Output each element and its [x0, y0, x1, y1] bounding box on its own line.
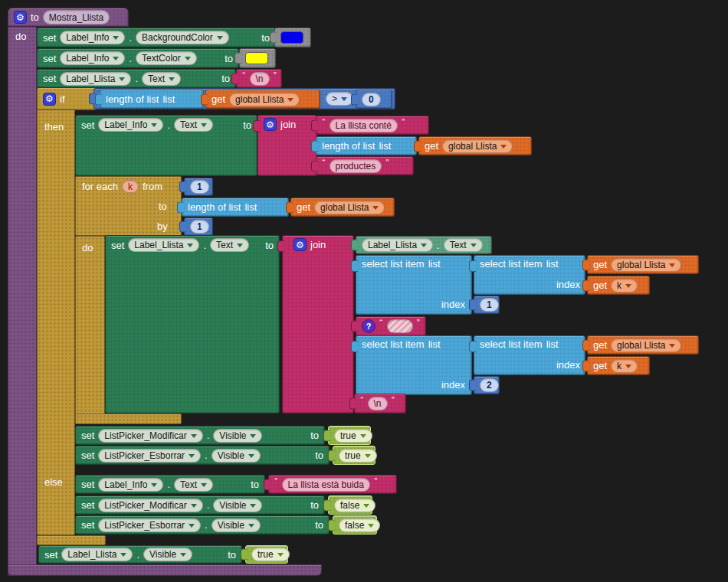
blocks-workspace[interactable]: ⚙ to Mostra_Llista do ⚙ if then else for…: [0, 0, 728, 582]
text-field[interactable]: La llista conté: [330, 119, 398, 132]
property-dropdown[interactable]: TextColor: [136, 51, 197, 65]
if-block-header[interactable]: ⚙ if: [37, 87, 97, 110]
text-string-block[interactable]: “ \n ”: [236, 69, 282, 88]
operator-dropdown[interactable]: >: [326, 92, 353, 106]
if-block-column[interactable]: [37, 87, 75, 535]
property-dropdown[interactable]: Text: [444, 238, 483, 252]
component-dropdown[interactable]: ListPicker_Esborrar: [98, 449, 201, 463]
property-dropdown[interactable]: Text: [174, 118, 213, 132]
number-field[interactable]: 1: [190, 220, 209, 234]
logic-true-block[interactable]: true: [245, 545, 288, 564]
variable-dropdown[interactable]: global Llista: [611, 338, 681, 352]
number-field[interactable]: 0: [362, 93, 381, 106]
select-list-item-inner-block[interactable]: select list item list index: [474, 255, 585, 295]
length-of-list-block[interactable]: length of list list: [182, 198, 289, 217]
text-field[interactable]: La llista està buida: [282, 478, 370, 492]
property-dropdown[interactable]: Visible: [212, 449, 261, 463]
get-global-llista-block[interactable]: get global Llista: [587, 335, 699, 355]
get-global-llista-block[interactable]: get global Llista: [205, 90, 320, 109]
text-string-space-block[interactable]: ? “ ”: [356, 316, 426, 336]
procedure-definition-block[interactable]: ⚙ to Mostra_Llista: [8, 8, 129, 27]
number-block[interactable]: 1: [184, 217, 213, 236]
component-dropdown[interactable]: ListPicker_Modificar: [98, 499, 202, 512]
component-dropdown[interactable]: Label_Info: [98, 478, 163, 492]
component-dropdown[interactable]: Label_Info: [60, 51, 125, 65]
property-dropdown[interactable]: Text: [142, 72, 181, 86]
yellow-color-swatch[interactable]: [245, 52, 268, 64]
get-global-llista-block[interactable]: get global Llista: [418, 136, 532, 155]
get-global-llista-block[interactable]: get global Llista: [587, 255, 699, 274]
set-listpicker-esborrar-visible-block[interactable]: set ListPicker_Esborrar . Visible to: [75, 515, 330, 535]
select-list-item-outer-block[interactable]: select list item list index: [356, 335, 472, 395]
logic-dropdown[interactable]: false: [334, 499, 375, 512]
set-listpicker-modificar-visible-block[interactable]: set ListPicker_Modificar . Visible to: [75, 426, 325, 445]
join-mutator-gear-icon[interactable]: ⚙: [293, 238, 307, 251]
component-dropdown[interactable]: Label_Info: [60, 31, 125, 44]
length-of-list-block[interactable]: length of list list: [316, 136, 417, 155]
text-string-block[interactable]: “ \n ”: [354, 394, 406, 414]
join-text-block[interactable]: ⚙ join: [257, 115, 317, 176]
set-labelinfo-backgroundcolor-block[interactable]: set Label_Info . BackgroundColor to: [37, 28, 276, 47]
for-each-bottom-bar[interactable]: [75, 414, 182, 424]
procedure-body-column[interactable]: [8, 27, 37, 576]
variable-dropdown[interactable]: k: [611, 279, 638, 293]
number-field[interactable]: 1: [480, 298, 499, 312]
property-dropdown[interactable]: Visible: [213, 429, 262, 443]
text-field[interactable]: \n: [368, 397, 388, 410]
variable-dropdown[interactable]: k: [611, 359, 638, 373]
get-k-block[interactable]: get k: [587, 276, 650, 295]
set-labelllista-visible-block[interactable]: set Label_Llista . Visible to: [38, 545, 242, 564]
select-list-item-inner-block[interactable]: select list item list index: [474, 335, 585, 375]
join-text-block[interactable]: ⚙ join: [282, 235, 354, 414]
logic-true-block[interactable]: true: [328, 426, 371, 445]
component-dropdown[interactable]: ListPicker_Modificar: [98, 429, 202, 443]
mutator-gear-icon[interactable]: ⚙: [14, 11, 27, 24]
for-each-block-column[interactable]: [75, 236, 105, 424]
text-string-block[interactable]: “ La llista està buida ”: [268, 475, 397, 494]
logic-false-block[interactable]: false: [328, 495, 372, 515]
component-dropdown[interactable]: Label_Llista: [128, 238, 199, 252]
text-field[interactable]: productes: [330, 159, 382, 173]
number-block[interactable]: 2: [474, 376, 500, 394]
number-block[interactable]: 0: [356, 90, 392, 109]
number-block[interactable]: 1: [184, 178, 213, 196]
set-labelinfo-text-block[interactable]: set Label_Info . Text to: [75, 115, 257, 176]
if-block-bottom-bar[interactable]: [37, 535, 106, 545]
logic-dropdown[interactable]: true: [339, 449, 377, 463]
property-dropdown[interactable]: Visible: [212, 518, 261, 532]
join-mutator-gear-icon[interactable]: ⚙: [264, 118, 277, 131]
logic-false-block[interactable]: false: [333, 515, 377, 535]
procedure-name-field[interactable]: Mostra_Llista: [43, 10, 110, 25]
number-block[interactable]: 1: [474, 296, 500, 314]
text-field[interactable]: \n: [250, 72, 270, 86]
help-icon[interactable]: ?: [362, 319, 375, 333]
space-text-field[interactable]: [387, 319, 413, 333]
component-dropdown[interactable]: Label_Llista: [60, 72, 131, 86]
number-field[interactable]: 2: [480, 378, 499, 392]
color-value-block[interactable]: [274, 28, 311, 47]
variable-dropdown[interactable]: global Llista: [314, 201, 385, 214]
component-dropdown[interactable]: Label_Llista: [61, 548, 133, 561]
length-of-list-block[interactable]: length of list list: [100, 90, 204, 109]
component-dropdown[interactable]: ListPicker_Esborrar: [98, 518, 201, 532]
number-field[interactable]: 1: [190, 180, 209, 194]
select-list-item-outer-block[interactable]: select list item list index: [356, 255, 472, 315]
logic-true-block[interactable]: true: [333, 446, 375, 465]
loop-variable-field[interactable]: k: [122, 180, 139, 193]
if-mutator-gear-icon[interactable]: ⚙: [43, 93, 56, 106]
logic-dropdown[interactable]: true: [334, 429, 372, 443]
procedure-bottom-bar[interactable]: [8, 564, 322, 576]
logic-dropdown[interactable]: true: [251, 548, 290, 561]
set-labelllista-text-block[interactable]: set Label_Llista . Text to: [37, 69, 236, 88]
property-dropdown[interactable]: Visible: [213, 499, 262, 512]
get-k-block[interactable]: get k: [587, 356, 650, 375]
text-string-block[interactable]: “ La llista conté ”: [316, 116, 429, 135]
component-dropdown[interactable]: Label_Llista: [362, 238, 433, 252]
for-each-block-header[interactable]: for each k from to by: [75, 176, 182, 236]
variable-dropdown[interactable]: global Llista: [229, 93, 300, 106]
color-value-block[interactable]: [239, 48, 276, 68]
set-listpicker-modificar-visible-block[interactable]: set ListPicker_Modificar . Visible to: [75, 495, 325, 515]
property-dropdown[interactable]: Text: [174, 478, 213, 492]
blue-color-swatch[interactable]: [280, 31, 303, 44]
set-labelinfo-textcolor-block[interactable]: set Label_Info . TextColor to: [37, 48, 239, 68]
